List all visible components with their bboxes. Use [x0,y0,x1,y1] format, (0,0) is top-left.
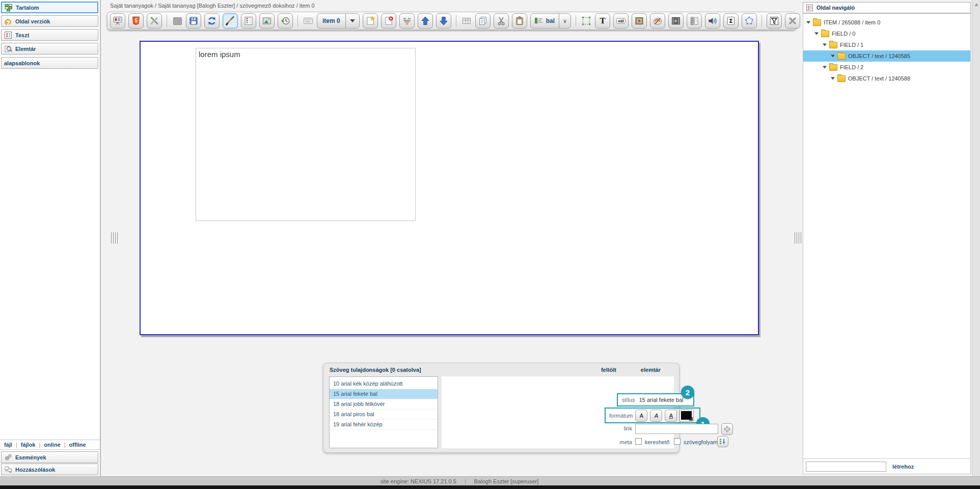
tree-node-label: FIELD / 0 [832,31,855,37]
sidebar-item-esemenyek[interactable]: Események [1,451,98,463]
link-fajlok[interactable]: fájlok [21,442,36,448]
refresh-button[interactable] [204,13,220,29]
delete-item-button[interactable] [381,13,396,29]
audio-tool-button[interactable] [705,13,720,29]
textflow-order-button[interactable] [717,436,728,447]
move-down-button[interactable] [436,13,451,29]
shape-tool-button[interactable] [742,13,757,29]
link-online[interactable]: online [44,442,60,448]
paste-button[interactable] [512,13,527,29]
link-offline[interactable]: offline [69,442,86,448]
block-button[interactable] [172,13,183,29]
tree-node-field2[interactable]: FIELD / 2 [803,62,970,73]
text-properties-panel: Szöveg tulajdonságok [0 csatolva] feltöl… [323,363,679,453]
select-tool-button[interactable] [581,13,592,29]
tree-node-object-selected[interactable]: OBJECT / text / 1240585 [803,50,970,62]
item-dropdown[interactable]: item 0 [317,13,360,29]
save-button[interactable] [186,13,201,29]
text-tool-button[interactable]: T [595,13,610,29]
formula-tool-button[interactable]: Σ [723,13,739,29]
history-button[interactable] [278,13,293,29]
tools-button[interactable] [147,13,162,29]
canvas-textbox[interactable]: lorem ipsum [196,48,416,221]
expand-arrow-icon[interactable] [831,77,835,80]
right-scrollbar[interactable] [972,0,980,485]
floppy-icon [188,16,199,26]
app-window: Tartalom Oldal verziók Teszt Elemtár [0,0,980,489]
left-splitter-grip[interactable] [111,232,119,243]
reorder-button[interactable] [399,13,415,29]
create-name-input[interactable] [806,461,886,472]
style-list-item[interactable]: 10 arial kék közép aláhúzott [330,379,438,389]
tree-node-field1[interactable]: FIELD / 1 [803,39,970,50]
tree-node-field0[interactable]: FIELD / 0 [803,28,970,39]
toolbar-separator [456,15,456,27]
expand-arrow-icon[interactable] [806,21,810,24]
sidebar-item-elemtar[interactable]: Elemtár [1,43,98,55]
link-fajl[interactable]: fájl [4,442,12,448]
expand-arrow-icon[interactable] [814,33,819,35]
html5-button[interactable]: 5 [128,13,144,29]
style-list-item[interactable]: 19 arial fehér közép [330,420,438,430]
swap-icon [402,16,412,26]
filmstrip-tool-button[interactable] [687,13,702,29]
funnel-icon [769,16,779,26]
add-item-button[interactable] [363,13,378,29]
table-toggle-button[interactable] [461,13,472,29]
sidebar-item-teszt[interactable]: Teszt [1,29,98,41]
right-splitter-grip[interactable] [795,232,802,243]
form-button[interactable] [241,13,256,29]
image-tool-button[interactable] [632,13,647,29]
navigator-footer: létrehoz [803,458,970,474]
italic-button[interactable]: A [650,410,662,422]
filter-button[interactable] [767,13,782,29]
style-field-value: 15 arial fekete bal [639,397,684,403]
sidebar-item-oldal-verziok[interactable]: Oldal verziók [1,15,98,27]
preview-button[interactable] [110,13,125,29]
style-list-item[interactable]: 18 arial piros bal [330,410,438,420]
bold-button[interactable]: A [635,410,647,422]
align-dropdown[interactable]: bal ∨ [530,13,571,29]
paint-mode-button[interactable] [223,13,238,29]
refresh-icon [207,16,217,26]
arrow-up-icon [420,16,430,26]
expand-arrow-icon[interactable] [823,44,827,46]
sidebar-item-alapsablonok[interactable]: alapsablonok [1,57,98,69]
sidebar-item-tartalom[interactable]: Tartalom [1,2,98,13]
sidebar-item-label: alapsablonok [4,60,40,66]
tree-node-object2[interactable]: OBJECT / text / 1240588 [803,73,970,84]
style-list-item[interactable]: 18 arial jobb félkövér [330,399,438,410]
palette-tool-button[interactable] [650,13,665,29]
copy-button[interactable] [475,13,491,29]
breadcrumb: Saját tananyagok / Saját tananyag [Balog… [110,3,315,9]
style-list-item-selected[interactable]: 15 arial fekete bal [330,389,438,399]
expand-arrow-icon[interactable] [831,55,835,58]
style-field-label: stílus [622,397,635,403]
close-button[interactable] [785,13,800,29]
create-button[interactable]: létrehoz [892,464,914,470]
upload-button[interactable]: feltölt [601,367,616,373]
add-link-button[interactable] [721,423,733,435]
toolbar-separator [297,15,298,27]
tree-node-item[interactable]: ITEM / 265088 / item 0 [803,17,970,28]
expand-arrow-icon[interactable] [823,66,827,69]
grid-toggle-button[interactable] [303,13,314,29]
link-input[interactable] [635,424,718,434]
textflow-checkbox[interactable] [674,438,680,445]
searchable-label: kereshető [645,439,669,445]
item-dropdown-value: item 0 [317,17,345,24]
video-tool-button[interactable] [668,13,684,29]
font-color-picker[interactable] [679,410,694,422]
searchable-checkbox[interactable] [635,438,642,445]
underline-button[interactable]: A [665,410,677,422]
textfield-tool-button[interactable]: AB [613,13,629,29]
tree-node-label: OBJECT / text / 1240585 [848,53,910,59]
sidebar-item-hozzaszolasok[interactable]: Hozzászólások [1,464,98,475]
panel-header: Szöveg tulajdonságok [0 csatolva] feltöl… [323,363,679,376]
library-button[interactable]: elemtár [641,367,661,373]
scroll-up-icon[interactable] [974,3,978,6]
gallery-button[interactable] [259,13,275,29]
chevron-down-icon: ∨ [559,18,570,24]
move-up-button[interactable] [418,13,433,29]
cut-button[interactable] [494,13,509,29]
